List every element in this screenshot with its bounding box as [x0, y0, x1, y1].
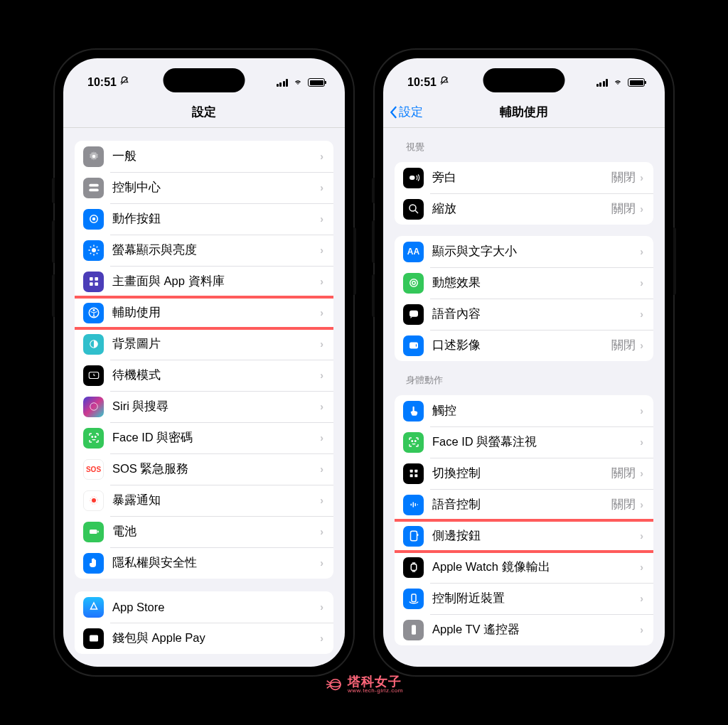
row-nearby[interactable]: 控制附近裝置 ›: [395, 583, 653, 614]
row-voice-control[interactable]: 語音控制 關閉 ›: [395, 489, 653, 520]
svg-point-23: [410, 205, 416, 211]
row-action-button[interactable]: 動作按鈕 ›: [75, 203, 333, 235]
row-label: 錢包與 Apple Pay: [112, 630, 320, 646]
row-value: 關閉: [611, 170, 636, 186]
row-sos[interactable]: SOS SOS 緊急服務 ›: [75, 453, 333, 485]
watermark-title: 塔科女子: [348, 675, 403, 688]
screen-left: 10:51 設定 一般 ›: [63, 58, 345, 667]
svg-point-11: [92, 309, 95, 311]
accessibility-group-1: 旁白 關閉 › 縮放 關閉 ›: [395, 162, 653, 225]
screen-right: 10:51 設定 輔助使用 視覺: [383, 58, 665, 667]
row-spoken-content[interactable]: 語音內容 ›: [395, 299, 653, 330]
row-value: 關閉: [611, 201, 636, 217]
chevron-right-icon: ›: [320, 370, 323, 381]
row-apple-watch[interactable]: Apple Watch 鏡像輸出 ›: [395, 552, 653, 583]
row-motion[interactable]: 動態效果 ›: [395, 267, 653, 299]
wallet-icon: [83, 628, 104, 649]
switch-control-icon: [403, 463, 424, 484]
back-button[interactable]: 設定: [389, 104, 423, 120]
side-button-icon: [403, 526, 424, 547]
audio-description-icon: [403, 335, 424, 356]
row-display-text[interactable]: AA 顯示與文字大小 ›: [395, 236, 653, 267]
siri-icon: [83, 397, 104, 417]
row-label: 縮放: [432, 201, 611, 217]
chevron-right-icon: ›: [640, 436, 643, 448]
voiceover-icon: [403, 168, 424, 188]
row-label: Face ID 與密碼: [112, 430, 320, 446]
row-appstore[interactable]: App Store ›: [75, 591, 333, 623]
svg-rect-40: [412, 594, 416, 602]
row-side-button[interactable]: 側邊按鈕 ›: [395, 520, 653, 552]
chevron-right-icon: ›: [320, 276, 323, 287]
phone-left: 10:51 設定 一般 ›: [55, 50, 353, 675]
row-label: SOS 緊急服務: [112, 461, 320, 477]
nav-bar: 設定: [63, 97, 345, 128]
row-voiceover[interactable]: 旁白 關閉 ›: [395, 162, 653, 193]
svg-rect-37: [417, 504, 418, 505]
svg-rect-35: [412, 502, 414, 508]
dynamic-island: [164, 68, 245, 92]
row-audio-description[interactable]: 口述影像 關閉 ›: [395, 330, 653, 361]
battery-icon: [308, 78, 325, 87]
row-wallpaper[interactable]: 背景圖片 ›: [75, 328, 333, 360]
svg-rect-22: [410, 176, 415, 180]
bell-off-icon: [119, 76, 129, 89]
chevron-right-icon: ›: [640, 246, 643, 257]
row-home-screen[interactable]: 主畫面與 App 資料庫 ›: [75, 266, 333, 297]
svg-rect-27: [410, 343, 418, 349]
row-switch-control[interactable]: 切換控制 關閉 ›: [395, 458, 653, 489]
row-label: 語音控制: [432, 497, 611, 512]
svg-rect-20: [97, 531, 99, 533]
signal-icon: [596, 79, 609, 87]
row-accessibility[interactable]: 輔助使用 ›: [75, 297, 333, 328]
chevron-right-icon: ›: [640, 308, 643, 320]
content-right[interactable]: 視覺 旁白 關閉 › 縮放 關閉 › AA 顯示與文字大小: [383, 128, 665, 667]
svg-rect-2: [89, 189, 99, 192]
row-label: 語音內容: [432, 306, 640, 322]
chevron-right-icon: ›: [640, 562, 643, 573]
row-apple-tv[interactable]: Apple TV 遙控器 ›: [395, 614, 653, 645]
chevron-right-icon: ›: [320, 495, 323, 506]
row-label: 隱私權與安全性: [112, 555, 320, 571]
row-faceid-attention[interactable]: Face ID 與螢幕注視 ›: [395, 426, 653, 458]
chevron-right-icon: ›: [320, 463, 323, 475]
row-privacy[interactable]: 隱私權與安全性 ›: [75, 547, 333, 579]
accessibility-group-2: AA 顯示與文字大小 › 動態效果 › 語音內容 › 口述影像 關: [395, 236, 653, 361]
chevron-right-icon: ›: [320, 526, 323, 537]
apple-tv-remote-icon: [403, 620, 424, 640]
row-battery[interactable]: 電池 ›: [75, 516, 333, 547]
signal-icon: [277, 79, 289, 87]
svg-rect-34: [410, 504, 412, 506]
row-exposure[interactable]: 暴露通知 ›: [75, 485, 333, 516]
chevron-right-icon: ›: [320, 633, 323, 644]
row-touch[interactable]: 觸控 ›: [395, 395, 653, 426]
svg-rect-9: [95, 282, 98, 286]
row-siri[interactable]: Siri 與搜尋 ›: [75, 391, 333, 422]
motion-icon: [403, 273, 424, 294]
chevron-right-icon: ›: [320, 432, 323, 444]
faceid-icon: [83, 428, 104, 449]
row-standby[interactable]: 待機模式 ›: [75, 360, 333, 391]
row-zoom[interactable]: 縮放 關閉 ›: [395, 193, 653, 225]
row-faceid[interactable]: Face ID 與密碼 ›: [75, 422, 333, 453]
row-value: 關閉: [611, 466, 636, 481]
content-left[interactable]: 一般 › 控制中心 › 動作按鈕 › 螢幕顯示與亮度 ›: [63, 128, 345, 667]
row-general[interactable]: 一般 ›: [75, 141, 333, 172]
row-wallet[interactable]: 錢包與 Apple Pay ›: [75, 623, 333, 654]
row-control-center[interactable]: 控制中心 ›: [75, 172, 333, 203]
dynamic-island: [483, 68, 565, 92]
svg-point-24: [412, 281, 415, 285]
text-size-icon: AA: [403, 242, 424, 262]
phone-side-button: [353, 227, 356, 295]
row-label: 一般: [112, 149, 320, 164]
chevron-right-icon: ›: [640, 405, 643, 417]
status-time: 10:51: [87, 76, 117, 89]
svg-rect-1: [89, 184, 99, 187]
row-label: Face ID 與螢幕注視: [432, 434, 640, 450]
row-label: 觸控: [432, 403, 640, 419]
back-label: 設定: [399, 104, 423, 120]
row-label: 控制中心: [112, 180, 320, 195]
row-display[interactable]: 螢幕顯示與亮度 ›: [75, 235, 333, 266]
sos-icon: SOS: [83, 459, 104, 480]
row-label: 主畫面與 App 資料庫: [112, 274, 320, 289]
